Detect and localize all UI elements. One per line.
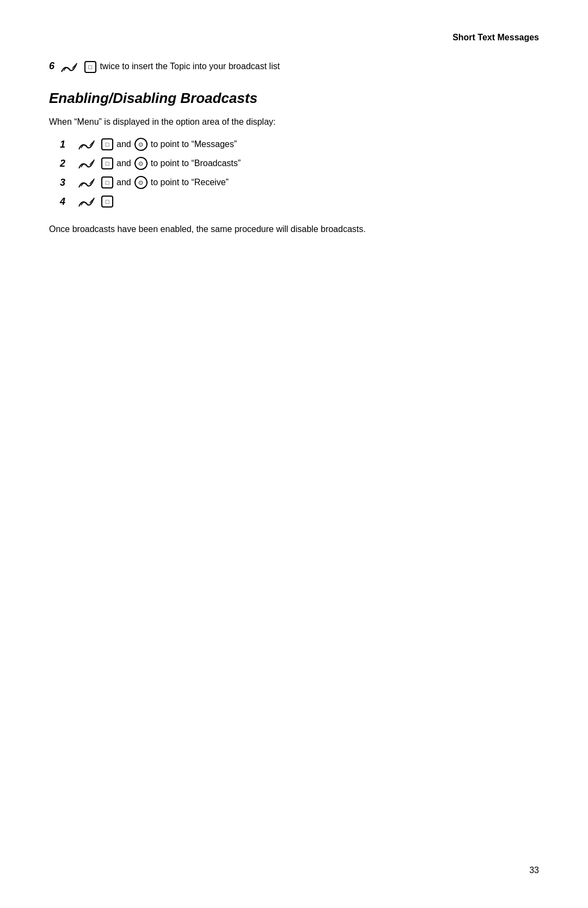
header-title: Short Text Messages — [452, 33, 539, 42]
step-num-1: 1 — [60, 137, 74, 152]
signal-icon-6 — [59, 60, 80, 74]
steps-list: 1 □ and ⊙ to point to “Messages” 2 — [49, 137, 539, 209]
page: Short Text Messages 6 □ twice to insert … — [0, 0, 588, 908]
circle-nav-icon-3: ⊙ — [134, 176, 148, 189]
step-content-2: □ and ⊙ to point to “Broadcasts” — [76, 156, 241, 170]
step-1-and: and — [117, 138, 131, 151]
step-item-1: 1 □ and ⊙ to point to “Messages” — [60, 137, 539, 152]
circle-nav-icon-2: ⊙ — [134, 157, 148, 170]
signal-icon-3 — [77, 175, 97, 190]
step-num-4: 4 — [60, 194, 74, 209]
section-title: Enabling/Disabling Broadcasts — [49, 89, 539, 108]
step-6-line: 6 □ twice to insert the Topic into your … — [49, 59, 539, 74]
signal-icon-4 — [77, 194, 97, 209]
step-content-3: □ and ⊙ to point to “Receive” — [76, 175, 229, 190]
square-btn-icon-3: □ — [101, 176, 113, 188]
step-2-and: and — [117, 157, 131, 170]
step-2-text: to point to “Broadcasts” — [151, 157, 241, 170]
square-btn-icon-4: □ — [101, 196, 113, 208]
step-6-number: 6 — [49, 60, 54, 71]
step-content-1: □ and ⊙ to point to “Messages” — [76, 137, 237, 151]
page-number: 33 — [529, 866, 539, 875]
signal-icon-1 — [77, 137, 97, 151]
page-header: Short Text Messages — [49, 33, 539, 42]
footer-text: Once broadcasts have been enabled, the s… — [49, 222, 539, 236]
step-num-3: 3 — [60, 175, 74, 190]
step-content-4: □ — [76, 194, 114, 209]
circle-nav-icon-1: ⊙ — [134, 138, 148, 151]
intro-text: When “Menu” is displayed in the option a… — [49, 115, 539, 129]
signal-icon-2 — [77, 156, 97, 170]
step-3-text: to point to “Receive” — [151, 176, 229, 189]
square-btn-icon-2: □ — [101, 157, 113, 169]
step-num-2: 2 — [60, 156, 74, 171]
step-item-3: 3 □ and ⊙ to point to “Receive” — [60, 175, 539, 190]
step-item-4: 4 □ — [60, 194, 539, 209]
square-btn-icon-6: □ — [84, 61, 96, 73]
step-item-2: 2 □ and ⊙ to point to “Broadcasts” — [60, 156, 539, 171]
square-btn-icon-1: □ — [101, 138, 113, 150]
step-6-text: twice to insert the Topic into your broa… — [100, 62, 280, 71]
step-3-and: and — [117, 176, 131, 189]
step-1-text: to point to “Messages” — [151, 138, 237, 151]
